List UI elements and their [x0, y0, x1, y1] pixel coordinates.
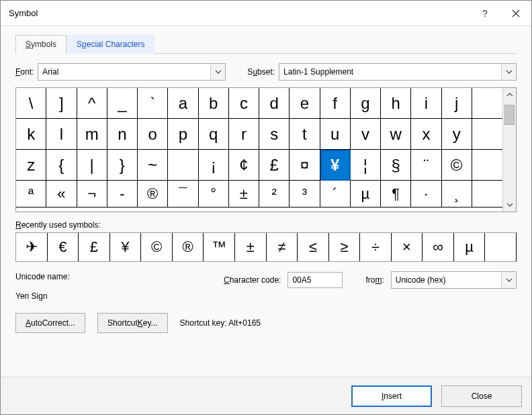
- symbol-cell[interactable]: v: [351, 119, 381, 150]
- close-button[interactable]: [500, 1, 531, 26]
- tab-symbols[interactable]: Symbols: [15, 35, 66, 54]
- recent-symbol-cell[interactable]: µ: [454, 233, 486, 261]
- symbol-cell[interactable]: e: [290, 88, 320, 119]
- symbol-cell[interactable]: b: [199, 88, 229, 119]
- symbol-cell[interactable]: ~: [138, 150, 168, 181]
- recent-symbol-cell[interactable]: €: [48, 233, 79, 261]
- from-select[interactable]: Unicode (hex): [391, 271, 517, 289]
- symbol-cell[interactable]: ¬: [77, 181, 107, 208]
- symbol-cell[interactable]: j: [442, 88, 472, 119]
- help-button[interactable]: ?: [470, 1, 500, 26]
- recent-symbol-cell[interactable]: ≥: [329, 233, 361, 261]
- symbol-cell[interactable]: _: [107, 88, 138, 119]
- symbol-cell[interactable]: [472, 181, 502, 208]
- recent-symbol-cell[interactable]: ×: [392, 233, 423, 261]
- symbol-cell[interactable]: ¥: [320, 150, 351, 181]
- recent-symbol-cell[interactable]: ®: [173, 233, 204, 261]
- symbol-cell[interactable]: p: [168, 119, 198, 150]
- symbol-cell[interactable]: r: [229, 119, 259, 150]
- recent-symbol-cell[interactable]: ≠: [267, 233, 298, 261]
- symbol-cell[interactable]: i: [411, 88, 441, 119]
- symbol-cell[interactable]: g: [351, 88, 381, 119]
- recent-symbol-cell[interactable]: £: [79, 233, 110, 261]
- symbol-cell[interactable]: [472, 150, 502, 181]
- symbol-cell[interactable]: s: [259, 119, 290, 150]
- symbol-cell[interactable]: o: [138, 119, 168, 150]
- symbol-cell[interactable]: [472, 119, 502, 150]
- subset-select[interactable]: Latin-1 Supplement: [279, 63, 517, 81]
- grid-scrollbar[interactable]: [502, 88, 516, 212]
- symbol-cell[interactable]: k: [16, 119, 46, 150]
- recent-symbol-cell[interactable]: ≤: [298, 233, 329, 261]
- symbol-cell[interactable]: ¸: [442, 181, 472, 208]
- symbol-cell[interactable]: ©: [442, 150, 472, 181]
- scroll-up-icon[interactable]: [503, 88, 516, 101]
- symbol-cell[interactable]: m: [77, 119, 107, 150]
- window-title: Symbol: [9, 8, 470, 18]
- recent-symbols-grid[interactable]: ✈€£¥©®™±≠≤≥÷×∞µ: [15, 232, 517, 262]
- symbol-cell[interactable]: ³: [290, 181, 320, 208]
- symbol-cell[interactable]: d: [259, 88, 290, 119]
- symbol-cell[interactable]: z: [16, 150, 46, 181]
- symbol-cell[interactable]: ´: [320, 181, 351, 208]
- insert-button[interactable]: Insert: [351, 385, 432, 407]
- recent-symbol-cell[interactable]: ©: [141, 233, 173, 261]
- symbol-cell[interactable]: ±: [229, 181, 259, 208]
- symbol-cell[interactable]: }: [107, 150, 138, 181]
- symbol-cell[interactable]: ¶: [381, 181, 411, 208]
- recent-symbol-cell[interactable]: ±: [235, 233, 267, 261]
- symbol-cell[interactable]: w: [381, 119, 411, 150]
- symbol-cell[interactable]: ¨: [411, 150, 441, 181]
- symbol-cell[interactable]: u: [320, 119, 351, 150]
- close-dialog-button[interactable]: Close: [441, 385, 522, 407]
- symbol-cell[interactable]: f: [320, 88, 351, 119]
- symbol-cell[interactable]: ¤: [290, 150, 320, 181]
- symbol-cell[interactable]: ¢: [229, 150, 259, 181]
- symbol-cell[interactable]: ¯: [168, 181, 198, 208]
- font-select[interactable]: Arial: [38, 63, 226, 81]
- symbol-cell[interactable]: ¦: [351, 150, 381, 181]
- symbol-cell[interactable]: ¡: [199, 150, 229, 181]
- symbol-cell[interactable]: ]: [46, 88, 77, 119]
- scroll-down-icon[interactable]: [503, 198, 516, 212]
- symbol-cell[interactable]: °: [199, 181, 229, 208]
- symbol-cell[interactable]: [168, 150, 198, 181]
- scrollbar-thumb[interactable]: [504, 105, 515, 125]
- symbol-cell[interactable]: §: [381, 150, 411, 181]
- symbol-cell[interactable]: ·: [411, 181, 441, 208]
- symbol-cell[interactable]: «: [46, 181, 77, 208]
- symbol-cell[interactable]: |: [77, 150, 107, 181]
- symbol-cell[interactable]: ^: [77, 88, 107, 119]
- symbol-cell[interactable]: h: [381, 88, 411, 119]
- shortcut-key-button[interactable]: Shortcut Key...: [97, 313, 168, 333]
- symbol-cell[interactable]: x: [411, 119, 441, 150]
- autocorrect-button[interactable]: AutoCorrect...: [15, 313, 85, 333]
- symbol-cell[interactable]: £: [259, 150, 290, 181]
- symbol-cell[interactable]: ®: [138, 181, 168, 208]
- symbol-cell[interactable]: t: [290, 119, 320, 150]
- symbol-cell[interactable]: n: [107, 119, 138, 150]
- symbol-cell[interactable]: ²: [259, 181, 290, 208]
- symbol-cell[interactable]: ª: [16, 181, 46, 208]
- symbol-cell[interactable]: y: [442, 119, 472, 150]
- symbol-cell[interactable]: \: [16, 88, 46, 119]
- tab-special-characters[interactable]: Special Characters: [66, 35, 154, 54]
- charcode-input[interactable]: 00A5: [287, 272, 343, 288]
- symbol-grid[interactable]: \]^_`abcdefghijklmnopqrstuvwxyz{|}~¡¢£¤¥…: [16, 88, 502, 212]
- recent-symbol-cell[interactable]: [485, 233, 517, 261]
- recent-symbol-cell[interactable]: ¥: [110, 233, 142, 261]
- symbol-cell[interactable]: c: [229, 88, 259, 119]
- symbol-cell[interactable]: `: [138, 88, 168, 119]
- symbol-cell[interactable]: a: [168, 88, 198, 119]
- symbol-cell[interactable]: µ: [351, 181, 381, 208]
- symbol-cell[interactable]: q: [199, 119, 229, 150]
- dialog-footer: Insert Close: [1, 377, 531, 414]
- symbol-cell[interactable]: l: [46, 119, 77, 150]
- recent-symbol-cell[interactable]: ∞: [423, 233, 454, 261]
- recent-symbol-cell[interactable]: ÷: [360, 233, 392, 261]
- symbol-cell[interactable]: -: [107, 181, 138, 208]
- symbol-cell[interactable]: [472, 88, 502, 119]
- recent-symbol-cell[interactable]: ✈: [16, 233, 48, 261]
- symbol-cell[interactable]: {: [46, 150, 77, 181]
- recent-symbol-cell[interactable]: ™: [204, 233, 235, 261]
